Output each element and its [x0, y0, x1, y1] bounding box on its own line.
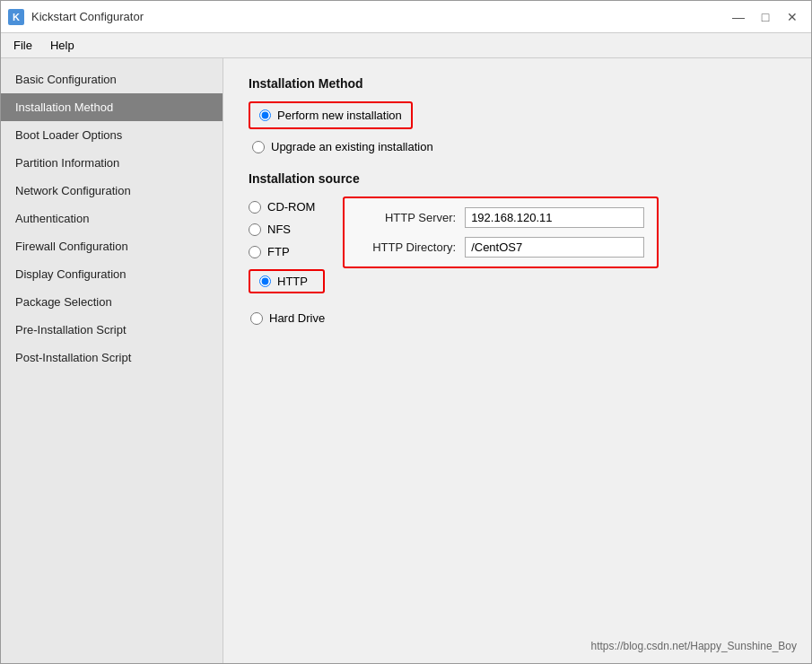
http-server-row: HTTP Server:: [357, 207, 644, 228]
sidebar: Basic Configuration Installation Method …: [1, 58, 223, 663]
app-icon: K: [8, 9, 24, 25]
menu-bar: File Help: [1, 33, 811, 58]
title-bar: K Kickstart Configurator — □ ✕: [1, 1, 811, 33]
http-directory-row: HTTP Directory:: [357, 237, 644, 258]
main-window: K Kickstart Configurator — □ ✕ File Help…: [0, 0, 812, 664]
http-server-input[interactable]: [465, 207, 644, 228]
window-title: Kickstart Configurator: [31, 10, 144, 23]
http-fields-box: HTTP Server: HTTP Directory:: [343, 197, 659, 268]
sidebar-item-display-configuration[interactable]: Display Configuration: [1, 260, 223, 288]
upgrade-row: Upgrade an existing installation: [252, 140, 786, 153]
sidebar-item-package-selection[interactable]: Package Selection: [1, 288, 223, 316]
minimize-button[interactable]: —: [727, 5, 750, 29]
perform-new-highlight-box: Perform new installation: [249, 101, 413, 129]
installation-method-title: Installation Method: [249, 76, 786, 91]
http-directory-label: HTTP Directory:: [357, 240, 456, 254]
installation-source-section: Installation source CD-ROM NFS: [249, 171, 786, 325]
content-area: Basic Configuration Installation Method …: [1, 58, 811, 663]
source-options: CD-ROM NFS FTP HTTP: [249, 197, 786, 325]
source-radio-list: CD-ROM NFS FTP HTTP: [249, 197, 325, 325]
sidebar-item-boot-loader-options[interactable]: Boot Loader Options: [1, 121, 223, 149]
source-harddrive-row: Hard Drive: [249, 311, 325, 325]
sidebar-item-network-configuration[interactable]: Network Configuration: [1, 177, 223, 205]
sidebar-item-pre-installation-script[interactable]: Pre-Installation Script: [1, 316, 223, 344]
title-controls: — □ ✕: [727, 5, 804, 29]
sidebar-item-firewall-configuration[interactable]: Firewall Configuration: [1, 232, 223, 260]
sidebar-item-installation-method[interactable]: Installation Method: [1, 93, 223, 121]
source-ftp-radio[interactable]: [249, 246, 261, 258]
menu-file[interactable]: File: [4, 36, 41, 55]
source-http-label: HTTP: [277, 275, 308, 288]
close-button[interactable]: ✕: [781, 5, 804, 29]
main-panel: Installation Method Perform new installa…: [223, 58, 811, 663]
title-bar-left: K Kickstart Configurator: [8, 9, 144, 25]
sidebar-item-basic-configuration[interactable]: Basic Configuration: [1, 66, 223, 93]
sidebar-item-authentication[interactable]: Authentication: [1, 205, 223, 232]
source-nfs-row: NFS: [249, 223, 325, 236]
source-nfs-radio[interactable]: [249, 223, 261, 236]
sidebar-item-partition-information[interactable]: Partition Information: [1, 149, 223, 177]
source-ftp-label: FTP: [267, 245, 290, 258]
installation-source-title: Installation source: [249, 171, 786, 186]
source-http-radio[interactable]: [259, 275, 271, 287]
source-ftp-row: FTP: [249, 245, 325, 258]
http-server-label: HTTP Server:: [357, 211, 456, 224]
menu-help[interactable]: Help: [41, 36, 83, 55]
source-http-highlight-box: HTTP: [249, 269, 325, 293]
maximize-button[interactable]: □: [754, 5, 777, 29]
http-directory-input[interactable]: [465, 237, 644, 258]
upgrade-radio[interactable]: [252, 141, 265, 153]
source-cdrom-row: CD-ROM: [249, 200, 325, 214]
perform-new-label: Perform new installation: [277, 109, 402, 122]
source-harddrive-radio[interactable]: [250, 312, 263, 325]
sidebar-item-post-installation-script[interactable]: Post-Installation Script: [1, 344, 223, 371]
source-nfs-label: NFS: [267, 223, 291, 236]
perform-new-radio[interactable]: [259, 109, 271, 121]
source-cdrom-radio[interactable]: [249, 201, 261, 214]
watermark: https://blog.csdn.net/Happy_Sunshine_Boy: [591, 640, 798, 652]
source-cdrom-label: CD-ROM: [267, 200, 315, 214]
source-harddrive-label: Hard Drive: [269, 311, 325, 325]
upgrade-label: Upgrade an existing installation: [271, 140, 433, 153]
